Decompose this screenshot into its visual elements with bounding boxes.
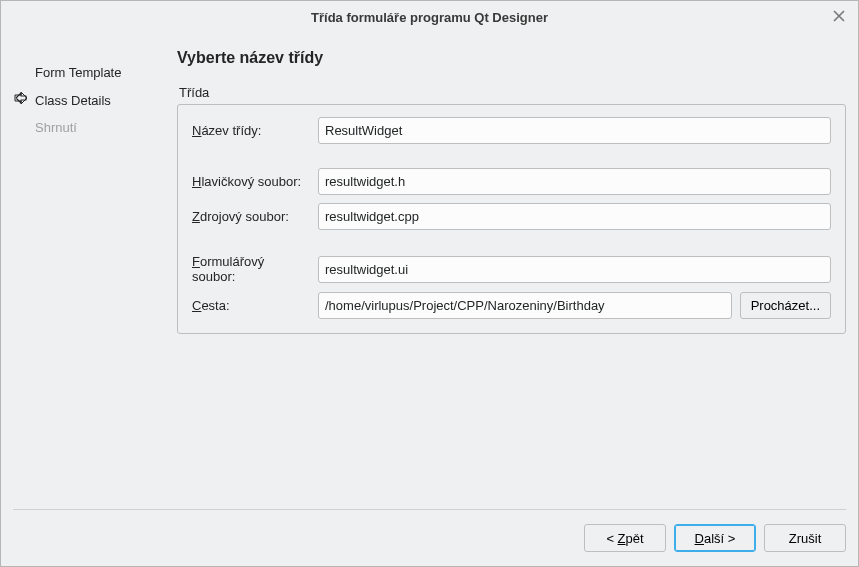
step-label: Form Template (35, 65, 121, 80)
row-class-name: Název třídy: (192, 117, 831, 144)
button-row: < Zpět Další > Zrušit (13, 524, 846, 552)
cancel-button[interactable]: Zrušit (764, 524, 846, 552)
label-form-file: Formulářový soubor: (192, 254, 310, 284)
wizard-steps: Form Template Class Details Shrnutí (13, 43, 153, 499)
path-input[interactable] (318, 292, 732, 319)
browse-button[interactable]: Procházet... (740, 292, 831, 319)
row-path: Cesta: Procházet... (192, 292, 831, 319)
next-button[interactable]: Další > (674, 524, 756, 552)
step-label: Class Details (35, 93, 111, 108)
class-groupbox: Název třídy: Hlavičkový soubor: Zdrojový… (177, 104, 846, 334)
label-source-file: Zdrojový soubor: (192, 209, 310, 224)
row-source-file: Zdrojový soubor: (192, 203, 831, 230)
back-button[interactable]: < Zpět (584, 524, 666, 552)
close-icon[interactable] (830, 7, 848, 25)
step-label: Shrnutí (35, 120, 77, 135)
step-summary: Shrnutí (13, 114, 153, 142)
dialog-window: Třída formuláře programu Qt Designer For… (0, 0, 859, 567)
label-header-file: Hlavičkový soubor: (192, 174, 310, 189)
current-step-icon (13, 90, 29, 106)
source-file-input[interactable] (318, 203, 831, 230)
groupbox-title: Třída (177, 85, 846, 100)
step-class-details[interactable]: Class Details (13, 87, 153, 115)
step-form-template[interactable]: Form Template (13, 59, 153, 87)
footer: < Zpět Další > Zrušit (1, 499, 858, 566)
titlebar: Třída formuláře programu Qt Designer (1, 1, 858, 33)
separator (13, 509, 846, 510)
window-title: Třída formuláře programu Qt Designer (311, 10, 548, 25)
row-header-file: Hlavičkový soubor: (192, 168, 831, 195)
main-panel: Vyberte název třídy Třída Název třídy: H… (177, 43, 846, 499)
label-path: Cesta: (192, 298, 310, 313)
class-name-input[interactable] (318, 117, 831, 144)
content-area: Form Template Class Details Shrnutí Vybe… (1, 33, 858, 499)
header-file-input[interactable] (318, 168, 831, 195)
row-form-file: Formulářový soubor: (192, 254, 831, 284)
label-class-name: Název třídy: (192, 123, 310, 138)
form-file-input[interactable] (318, 256, 831, 283)
page-title: Vyberte název třídy (177, 49, 846, 67)
